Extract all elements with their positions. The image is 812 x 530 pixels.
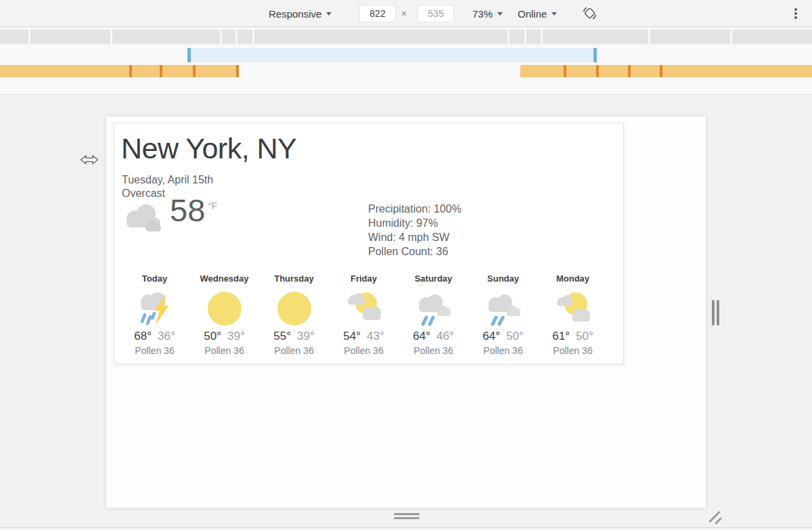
media-query-tick[interactable] <box>236 65 239 77</box>
media-query-tick[interactable] <box>564 65 566 77</box>
current-condition: Overcast <box>122 187 165 200</box>
media-query-tick[interactable] <box>160 65 162 77</box>
forecast-day-label: Thursday <box>259 273 329 286</box>
low-temp: 50° <box>576 330 593 343</box>
height-resize-handle[interactable] <box>389 510 424 523</box>
precipitation-detail: Precipitation: 100% <box>368 202 461 216</box>
pollen-count: Pollen 36 <box>120 345 189 356</box>
high-temp: 64° <box>413 330 430 343</box>
forecast-temps: 54°43° <box>329 330 399 343</box>
media-query-tick[interactable] <box>596 65 599 77</box>
media-query-segment[interactable] <box>510 30 524 44</box>
high-temp: 61° <box>552 330 570 343</box>
pollen-count: Pollen 36 <box>329 345 399 356</box>
media-query-segment[interactable] <box>0 30 28 44</box>
location-title: New York, NY <box>121 131 296 165</box>
low-temp: 39° <box>227 330 245 343</box>
media-query-segment[interactable] <box>543 30 648 44</box>
sun-icon <box>206 288 244 326</box>
weather-details: Precipitation: 100% Humidity: 97% Wind: … <box>368 202 461 259</box>
forecast-temps: 64°50° <box>468 330 538 343</box>
partly-cloudy-icon <box>345 288 383 326</box>
low-temp: 43° <box>367 330 384 343</box>
forecast-day-label: Saturday <box>399 273 468 286</box>
high-temp: 50° <box>204 330 221 343</box>
forecast-day-label: Friday <box>329 273 399 286</box>
forecast-day: Sunday 64°50° Pollen 36 <box>468 273 538 356</box>
forecast-day: Today 68°36° Pollen 36 <box>120 273 189 356</box>
rain-icon <box>484 288 522 326</box>
pollen-count: Pollen 36 <box>468 345 538 356</box>
media-query-segment[interactable] <box>526 30 541 44</box>
media-query-segment[interactable] <box>30 30 110 44</box>
storm-icon <box>136 288 174 326</box>
current-date: Tuesday, April 15th <box>122 173 213 187</box>
corner-resize-handle[interactable] <box>704 506 727 527</box>
forecast-day: Friday 54°43° Pollen 36 <box>329 273 399 356</box>
media-query-orange-bar[interactable] <box>0 65 239 77</box>
forecast-day-label: Monday <box>538 273 608 286</box>
forecast-row: Today 68°36° Pollen 36 Wednesday 50°39° … <box>120 273 621 356</box>
temperature-unit: °F <box>208 200 217 211</box>
pollen-detail: Pollen Count: 36 <box>368 244 461 259</box>
media-query-segment[interactable] <box>238 30 252 44</box>
current-temperature: 58 <box>170 194 205 227</box>
forecast-day-label: Wednesday <box>189 273 259 286</box>
media-query-segment[interactable] <box>112 30 220 44</box>
pollen-count: Pollen 36 <box>399 345 468 356</box>
media-query-tick[interactable] <box>193 65 196 77</box>
high-temp: 54° <box>343 330 361 343</box>
media-query-segment[interactable] <box>732 30 812 44</box>
low-temp: 36° <box>158 330 175 343</box>
pollen-count: Pollen 36 <box>259 345 329 356</box>
media-query-segment[interactable] <box>650 30 730 44</box>
media-query-tick[interactable] <box>593 48 597 62</box>
media-query-segment[interactable] <box>254 30 508 44</box>
pollen-count: Pollen 36 <box>538 345 608 356</box>
forecast-day: Monday 61°50° Pollen 36 <box>538 273 608 356</box>
width-resize-handle[interactable] <box>709 298 723 328</box>
forecast-day: Wednesday 50°39° Pollen 36 <box>189 273 259 356</box>
rain-icon <box>415 288 453 326</box>
low-temp: 46° <box>436 330 454 343</box>
forecast-temps: 61°50° <box>538 330 608 343</box>
weather-card: New York, NY Tuesday, April 15th Overcas… <box>114 123 624 364</box>
forecast-day-label: Today <box>120 273 189 286</box>
media-query-tick[interactable] <box>660 65 662 77</box>
sun-behind-cloud-icon <box>554 288 592 326</box>
cloud-icon <box>122 202 166 234</box>
forecast-temps: 55°39° <box>259 330 329 343</box>
low-temp: 50° <box>506 330 524 343</box>
forecast-temps: 68°36° <box>120 330 189 343</box>
forecast-day-label: Sunday <box>468 273 538 286</box>
wind-detail: Wind: 4 mph SW <box>368 230 461 244</box>
forecast-day: Saturday 64°46° Pollen 36 <box>399 273 468 356</box>
forecast-day: Thursday 55°39° Pollen 36 <box>259 273 329 356</box>
high-temp: 68° <box>134 330 152 343</box>
sun-icon <box>275 288 313 326</box>
horizontal-resize-cursor <box>80 153 99 167</box>
media-query-tick[interactable] <box>187 48 191 62</box>
devtools-device-mode-screen: Responsive × 73% Online New York, NY <box>0 0 812 530</box>
media-query-tick[interactable] <box>129 65 132 77</box>
media-query-blue-bar[interactable] <box>187 48 597 62</box>
media-query-segment[interactable] <box>222 30 235 44</box>
media-query-tick[interactable] <box>628 65 631 77</box>
forecast-temps: 50°39° <box>189 330 259 343</box>
high-temp: 55° <box>273 330 291 343</box>
forecast-temps: 64°46° <box>399 330 468 343</box>
panel-bottom-edge <box>0 527 812 530</box>
pollen-count: Pollen 36 <box>189 345 259 356</box>
low-temp: 39° <box>297 330 315 343</box>
high-temp: 64° <box>482 330 500 343</box>
humidity-detail: Humidity: 97% <box>368 216 461 230</box>
